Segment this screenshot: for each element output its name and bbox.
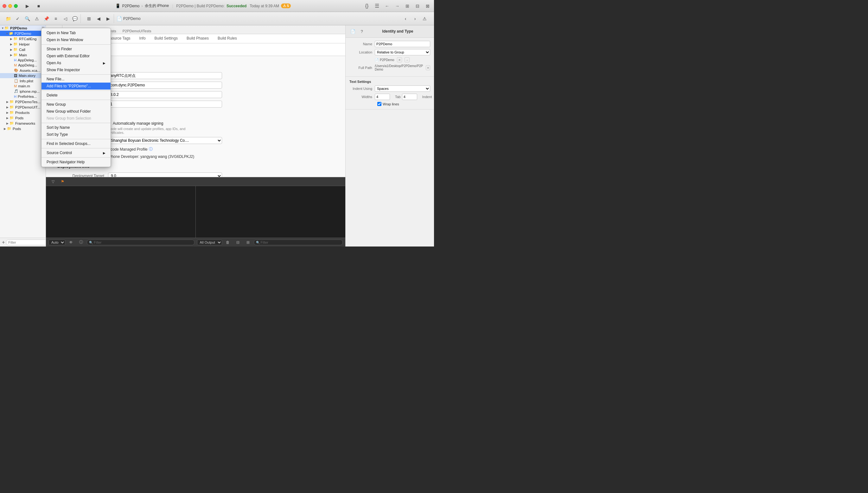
rp-fullpath-label: Full Path xyxy=(349,66,375,70)
nav-icon-5[interactable]: 📌 xyxy=(42,14,51,23)
nav-icon-2[interactable]: ✓ xyxy=(13,14,22,23)
sidebar-item-root[interactable]: ▾ 📁 P2PDemo M xyxy=(0,25,46,31)
nav-icon-1[interactable]: 📁 xyxy=(4,14,13,23)
sidebar-item-p2pdemotes[interactable]: ▶ 📁 P2PDemoTes... xyxy=(0,99,46,104)
next-icon[interactable]: ▶ xyxy=(104,14,113,23)
sidebar-item-mainm[interactable]: M main.m xyxy=(0,84,46,89)
sidebar-item-assets[interactable]: 🎨 Assets.xca... xyxy=(0,68,46,73)
deploy-target-select[interactable]: 9.0 xyxy=(108,172,222,177)
sidebar-item-appdeleg1[interactable]: H AppDeleg... xyxy=(0,58,46,63)
menu-open-external[interactable]: Open with External Editor xyxy=(41,52,110,60)
code-review-btn[interactable]: {} xyxy=(363,2,371,10)
add-file-btn[interactable]: + xyxy=(2,238,5,247)
sidebar-item-prefix[interactable]: H PrefixHea... xyxy=(0,94,46,99)
layout-btn-2[interactable]: ⊟ xyxy=(414,2,421,10)
activity-btn[interactable]: ☰ xyxy=(373,2,381,10)
rp-location-select[interactable]: Relative to Group xyxy=(375,49,430,56)
prev-icon[interactable]: ◀ xyxy=(94,14,103,23)
rp-wrap-checkbox[interactable] xyxy=(377,102,381,106)
nav-icon-3[interactable]: 🔍 xyxy=(23,14,32,23)
sidebar-item-infoplist[interactable]: 📋 Info.plist xyxy=(0,78,46,84)
menu-source-control[interactable]: Source Control ▶ xyxy=(41,149,110,156)
forward-nav-icon[interactable]: › xyxy=(410,14,420,23)
sidebar-item-iphone[interactable]: 🎵 iphone.mp... xyxy=(0,89,46,94)
maximize-button[interactable] xyxy=(14,4,18,8)
menu-new-group[interactable]: New Group xyxy=(41,101,110,108)
minimize-button[interactable] xyxy=(8,4,12,8)
menu-open-as[interactable]: Open As ▶ xyxy=(41,60,110,66)
back-btn[interactable]: ← xyxy=(383,2,391,10)
sidebar-item-mainstory[interactable]: 🖼 Main.story xyxy=(0,73,46,78)
tab-build-phases[interactable]: Build Phases xyxy=(182,34,213,43)
rp-path-arrow-btn[interactable]: → xyxy=(405,57,410,62)
left-filter-input[interactable]: 🔍 Filter xyxy=(87,239,195,245)
stop-button[interactable]: ■ xyxy=(34,2,43,10)
menu-open-new-window[interactable]: Open in New Window xyxy=(41,36,110,43)
sidebar-item-call[interactable]: ▶ 📁 Call xyxy=(0,47,46,52)
version-input[interactable] xyxy=(108,91,222,98)
sidebar-item-p2pdemo-target[interactable]: ▾ 📁 P2PDemo xyxy=(0,31,46,36)
sidebar-filter-input[interactable] xyxy=(6,239,46,245)
menu-find-in-groups[interactable]: Find in Selected Groups... xyxy=(41,140,110,147)
sidebar-item-pods[interactable]: ▶ 📁 Pods xyxy=(0,115,46,121)
rp-help-icon[interactable]: ? xyxy=(358,28,365,35)
right-filter-input[interactable]: 🔍 Filter xyxy=(254,239,343,245)
play-button[interactable]: ▶ xyxy=(23,2,32,10)
sidebar-item-p2pdemouites[interactable]: ▶ 📁 P2PDemoUIT... xyxy=(0,104,46,110)
close-button[interactable] xyxy=(2,4,6,8)
eye-icon[interactable]: 👁 xyxy=(66,238,75,247)
nav-icon-8[interactable]: 💬 xyxy=(70,14,79,23)
menu-add-files[interactable]: Add Files to "P2PDemo"... xyxy=(41,83,110,89)
nav-icon-4[interactable]: ⚠ xyxy=(32,14,41,23)
bottom-expand-icon[interactable]: ▽ xyxy=(48,177,57,186)
build-input[interactable] xyxy=(108,101,222,108)
forward-btn[interactable]: → xyxy=(393,2,401,10)
menu-sort-by-name[interactable]: Sort by Name xyxy=(41,124,110,131)
rp-location-label: Location xyxy=(349,50,375,54)
menu-show-file-inspector[interactable]: Show File Inspector xyxy=(41,66,110,73)
tab-build-settings[interactable]: Build Settings xyxy=(150,34,182,43)
layout-btn-3[interactable]: ⊠ xyxy=(424,2,431,10)
rp-name-input[interactable] xyxy=(375,41,430,47)
bottom-flag-icon[interactable]: ⚑ xyxy=(58,177,67,186)
back-nav-icon[interactable]: ‹ xyxy=(401,14,410,23)
menu-sort-by-type[interactable]: Sort by Type xyxy=(41,131,110,138)
sidebar-item-rtcalleng[interactable]: ▶ 📁 RTCallEng xyxy=(0,36,46,41)
tab-build-rules[interactable]: Build Rules xyxy=(213,34,241,43)
menu-new-file[interactable]: New File... xyxy=(41,76,110,83)
sidebar-item-pods2[interactable]: ▶ 📁 Pods xyxy=(0,126,46,131)
rp-indent-width-input[interactable] xyxy=(402,94,417,100)
sidebar-item-appdeleg2[interactable]: M AppDeleg... xyxy=(0,63,46,68)
team-select[interactable]: Shanghai Boyuan Electronic Technology Co… xyxy=(108,137,222,144)
sidebar-item-frameworks[interactable]: ▶ 📁 Frameworks xyxy=(0,121,46,126)
menu-open-new-tab[interactable]: Open in New Tab xyxy=(41,29,110,36)
split-icon[interactable]: ⊞ xyxy=(244,238,253,247)
auto-select[interactable]: Auto xyxy=(48,239,65,245)
sidebar-item-helper[interactable]: ▶ 📁 Helper xyxy=(0,41,46,47)
rp-path-clear-btn[interactable]: ✕ xyxy=(397,57,402,62)
info-bottom-icon[interactable]: ⓘ xyxy=(77,238,85,247)
nav-icon-7[interactable]: ◁ xyxy=(61,14,70,23)
tab-ui-tests[interactable]: P2PDemoUITests xyxy=(119,28,155,34)
alert-icon[interactable]: ⚠ xyxy=(420,14,429,23)
menu-show-in-finder[interactable]: Show in Finder xyxy=(41,46,110,52)
all-output-select[interactable]: All Output xyxy=(197,239,222,245)
menu-new-group-without-folder[interactable]: New Group without Folder xyxy=(41,108,110,115)
bundle-id-input[interactable] xyxy=(108,82,222,89)
toolbar: 📁 ✓ 🔍 ⚠ 📌 ≡ ◁ 💬 ⊞ ◀ ▶ 📄 P2PDemo ‹ › ⚠ xyxy=(0,12,434,25)
layout-bottom-icon[interactable]: ⊟ xyxy=(234,238,242,247)
grid-icon[interactable]: ⊞ xyxy=(85,14,94,23)
display-name-input[interactable] xyxy=(108,72,222,79)
rp-tab-width-input[interactable] xyxy=(375,94,390,100)
menu-project-help[interactable]: Project Navigator Help xyxy=(41,158,110,166)
sidebar-item-products[interactable]: ▶ 📁 Products xyxy=(0,110,46,115)
rp-fullpath-clear-btn[interactable]: ✕ xyxy=(426,65,430,70)
rp-file-icon[interactable]: 📄 xyxy=(349,28,357,35)
menu-delete[interactable]: Delete xyxy=(41,92,110,99)
trash-icon[interactable]: 🗑 xyxy=(223,238,232,247)
layout-btn-1[interactable]: ⊞ xyxy=(404,2,411,10)
sidebar-item-main[interactable]: ▶ 📁 Main xyxy=(0,52,46,58)
nav-icon-6[interactable]: ≡ xyxy=(51,14,60,23)
tab-info[interactable]: Info xyxy=(135,34,150,43)
rp-indent-select[interactable]: Spaces xyxy=(375,85,430,92)
